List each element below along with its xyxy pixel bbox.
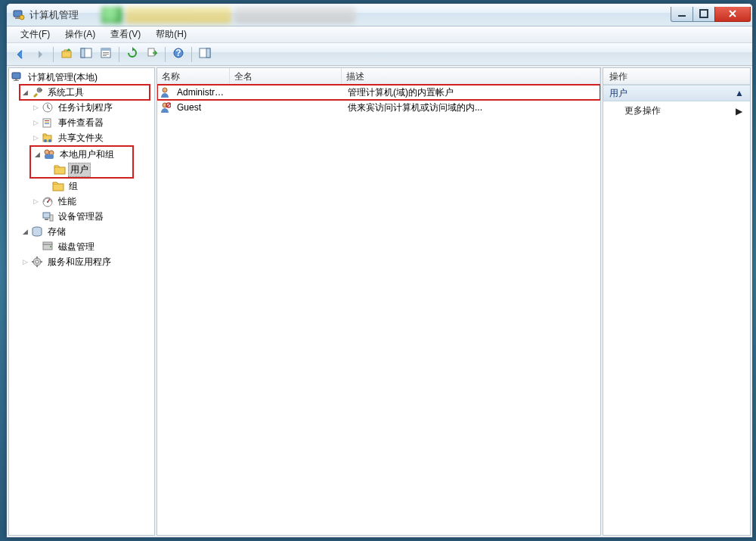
column-fullname[interactable]: 全名 [230, 68, 342, 84]
tree-system-tools-label: 系统工具 [45, 86, 86, 100]
close-button[interactable] [714, 7, 751, 22]
tree-performance-label: 性能 [56, 194, 79, 209]
svg-rect-26 [45, 120, 49, 121]
tree-performance[interactable]: ▷ 性能 [9, 194, 154, 209]
svg-point-30 [44, 139, 47, 142]
tree-local-users-groups-block: ◢ 本地用户和组 用户 [30, 146, 133, 178]
expand-icon[interactable]: ▷ [30, 117, 41, 128]
svg-point-48 [163, 88, 167, 92]
tree-disk-management-label: 磁盘管理 [56, 240, 97, 254]
nav-back-button[interactable] [11, 45, 29, 64]
svg-text:?: ? [175, 48, 181, 58]
menu-action[interactable]: 操作(A) [57, 26, 103, 42]
folder-icon [54, 163, 66, 176]
maximize-button[interactable] [692, 7, 715, 22]
tree-system-tools[interactable]: ◢ 系统工具 [20, 85, 150, 100]
list-row-guest[interactable]: Guest 供来宾访问计算机或访问域的内... [157, 100, 600, 115]
action-section-label: 用户 [609, 87, 627, 100]
tree-groups[interactable]: 组 [9, 179, 154, 194]
svg-rect-39 [43, 213, 50, 218]
tree-storage-label: 存储 [45, 225, 68, 239]
expand-icon[interactable]: ◢ [20, 226, 30, 237]
tree-device-manager-label: 设备管理器 [56, 210, 106, 224]
minimize-button[interactable] [671, 7, 693, 22]
tree-storage[interactable]: ◢ 存储 [9, 224, 154, 239]
tree-task-scheduler[interactable]: ▷ 任务计划程序 [9, 100, 154, 115]
expand-icon[interactable]: ◢ [32, 149, 42, 160]
content-area: 计算机管理(本地) ◢ 系统工具 ▷ 任务计划程序 ▷ [7, 66, 752, 537]
list-row-administrator[interactable]: Administrat... 管理计算机(域)的内置帐户 [157, 85, 600, 100]
list-pane[interactable]: 名称 全名 描述 Administrat... 管理计算机(域)的内置帐户 Gu… [156, 67, 601, 536]
tree-device-manager[interactable]: 设备管理器 [9, 209, 154, 224]
properties-button[interactable] [97, 45, 115, 64]
svg-rect-21 [14, 80, 19, 81]
tools-icon [31, 86, 43, 98]
tree-groups-label: 组 [67, 179, 80, 194]
tree-root[interactable]: 计算机管理(本地) [9, 70, 154, 85]
action-section-users[interactable]: 用户 ▲ [603, 85, 750, 101]
refresh-button[interactable] [123, 45, 141, 64]
tree-users-label: 用户 [68, 163, 91, 177]
svg-rect-5 [700, 10, 708, 17]
menubar: 文件(F) 操作(A) 查看(V) 帮助(H) [7, 26, 752, 43]
tree-event-viewer-label: 事件查看器 [56, 116, 106, 130]
storage-icon [31, 225, 43, 238]
app-icon [13, 9, 25, 21]
svg-rect-25 [43, 119, 51, 127]
tree-shared-folders-label: 共享文件夹 [56, 131, 106, 145]
action-pane-button[interactable] [196, 45, 214, 64]
cell-description: 管理计算机(域)的内置帐户 [343, 86, 600, 100]
user-icon [159, 86, 171, 98]
svg-rect-8 [81, 48, 85, 58]
svg-point-3 [20, 15, 24, 20]
show-hide-tree-button[interactable] [77, 45, 95, 64]
toolbar-separator [165, 47, 166, 62]
column-header-row: 名称 全名 描述 [157, 68, 600, 85]
svg-rect-18 [206, 48, 210, 58]
column-name[interactable]: 名称 [157, 68, 230, 84]
tree-task-scheduler-label: 任务计划程序 [56, 101, 115, 115]
svg-rect-35 [54, 167, 65, 174]
expand-icon[interactable]: ▷ [30, 196, 41, 207]
toolbar-separator [191, 47, 192, 62]
svg-rect-14 [148, 48, 154, 56]
tree-disk-management[interactable]: 磁盘管理 [9, 239, 154, 254]
window-controls [671, 7, 751, 23]
up-button[interactable] [57, 45, 76, 64]
svg-rect-23 [39, 89, 42, 91]
performance-icon [42, 195, 54, 207]
svg-point-38 [47, 201, 48, 203]
action-more-label: 更多操作 [624, 104, 661, 117]
svg-rect-2 [17, 17, 19, 17]
tree-pane[interactable]: 计算机管理(本地) ◢ 系统工具 ▷ 任务计划程序 ▷ [8, 67, 155, 536]
expand-icon[interactable]: ▷ [20, 257, 30, 267]
titlebar[interactable]: 计算机管理 [7, 4, 752, 26]
tree-users[interactable]: 用户 [32, 162, 132, 177]
tree-event-viewer[interactable]: ▷ 事件查看器 [9, 115, 154, 130]
device-manager-icon [42, 210, 54, 222]
menu-view[interactable]: 查看(V) [103, 26, 148, 42]
expand-icon[interactable]: ◢ [20, 87, 30, 98]
menu-file[interactable]: 文件(F) [13, 26, 57, 42]
tree-services-apps[interactable]: ▷ 服务和应用程序 [9, 254, 154, 269]
expand-icon[interactable]: ▷ [30, 102, 41, 113]
export-list-button[interactable] [143, 45, 161, 64]
tree-local-users-groups[interactable]: ◢ 本地用户和组 [32, 147, 132, 162]
tree-shared-folders[interactable]: ▷ 共享文件夹 [9, 130, 154, 145]
nav-forward-button[interactable] [31, 45, 49, 64]
expand-icon[interactable]: ▷ [30, 132, 41, 143]
action-more[interactable]: 更多操作 ▶ [603, 101, 750, 120]
svg-rect-13 [103, 55, 107, 56]
tree-root-label: 计算机管理(本地) [26, 70, 100, 85]
column-description[interactable]: 描述 [342, 68, 600, 84]
help-button[interactable]: ? [169, 45, 187, 64]
collapse-icon[interactable]: ▲ [735, 88, 744, 98]
taskbar-background-apps [101, 7, 671, 23]
svg-rect-20 [15, 79, 17, 80]
clock-icon [42, 101, 54, 113]
user-disabled-icon [159, 101, 171, 113]
window-title: 计算机管理 [29, 8, 79, 22]
menu-help[interactable]: 帮助(H) [148, 26, 194, 42]
toolbar: ? [7, 43, 752, 66]
svg-rect-28 [45, 123, 49, 124]
